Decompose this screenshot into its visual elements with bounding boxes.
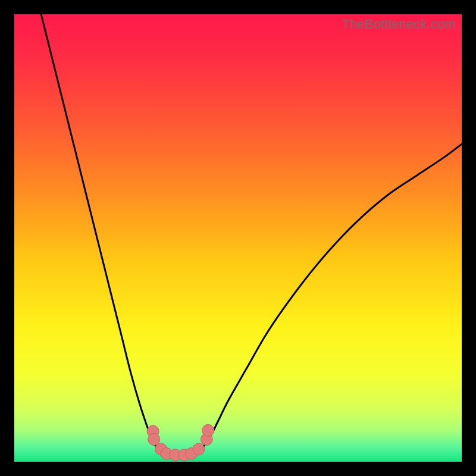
curve-marker	[148, 433, 160, 445]
bottleneck-chart	[14, 14, 462, 462]
chart-frame: TheBottleneck.com	[14, 14, 462, 462]
watermark-text: TheBottleneck.com	[342, 17, 456, 32]
curve-marker	[202, 424, 214, 436]
curve-marker	[193, 443, 205, 455]
gradient-background	[14, 14, 462, 462]
